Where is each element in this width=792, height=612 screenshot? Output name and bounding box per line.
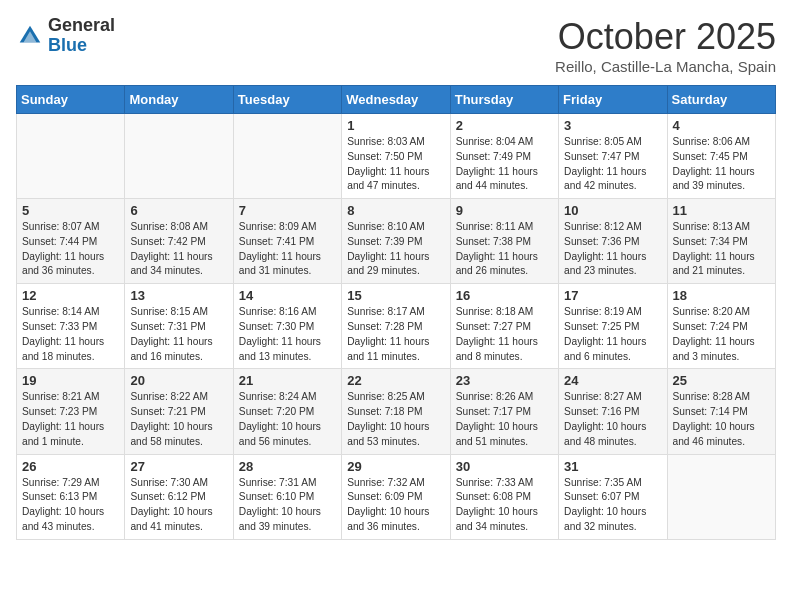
day-number: 15 xyxy=(347,288,444,303)
calendar-cell: 2Sunrise: 8:04 AM Sunset: 7:49 PM Daylig… xyxy=(450,114,558,199)
day-number: 20 xyxy=(130,373,227,388)
day-number: 10 xyxy=(564,203,661,218)
day-number: 26 xyxy=(22,459,119,474)
calendar-cell: 19Sunrise: 8:21 AM Sunset: 7:23 PM Dayli… xyxy=(17,369,125,454)
day-info: Sunrise: 7:32 AM Sunset: 6:09 PM Dayligh… xyxy=(347,476,444,535)
calendar-cell: 1Sunrise: 8:03 AM Sunset: 7:50 PM Daylig… xyxy=(342,114,450,199)
day-info: Sunrise: 8:26 AM Sunset: 7:17 PM Dayligh… xyxy=(456,390,553,449)
day-number: 11 xyxy=(673,203,770,218)
page-header: General Blue October 2025 Reillo, Castil… xyxy=(16,16,776,75)
day-number: 24 xyxy=(564,373,661,388)
day-info: Sunrise: 8:07 AM Sunset: 7:44 PM Dayligh… xyxy=(22,220,119,279)
calendar-week-row: 1Sunrise: 8:03 AM Sunset: 7:50 PM Daylig… xyxy=(17,114,776,199)
calendar-week-row: 5Sunrise: 8:07 AM Sunset: 7:44 PM Daylig… xyxy=(17,199,776,284)
calendar-cell xyxy=(17,114,125,199)
weekday-header: Wednesday xyxy=(342,86,450,114)
calendar-cell: 24Sunrise: 8:27 AM Sunset: 7:16 PM Dayli… xyxy=(559,369,667,454)
day-info: Sunrise: 8:21 AM Sunset: 7:23 PM Dayligh… xyxy=(22,390,119,449)
calendar-cell: 28Sunrise: 7:31 AM Sunset: 6:10 PM Dayli… xyxy=(233,454,341,539)
logo-general: General xyxy=(48,16,115,36)
calendar-cell: 25Sunrise: 8:28 AM Sunset: 7:14 PM Dayli… xyxy=(667,369,775,454)
calendar-week-row: 26Sunrise: 7:29 AM Sunset: 6:13 PM Dayli… xyxy=(17,454,776,539)
logo-text: General Blue xyxy=(48,16,115,56)
calendar-cell: 22Sunrise: 8:25 AM Sunset: 7:18 PM Dayli… xyxy=(342,369,450,454)
day-number: 22 xyxy=(347,373,444,388)
calendar-cell: 21Sunrise: 8:24 AM Sunset: 7:20 PM Dayli… xyxy=(233,369,341,454)
day-info: Sunrise: 8:28 AM Sunset: 7:14 PM Dayligh… xyxy=(673,390,770,449)
day-info: Sunrise: 8:22 AM Sunset: 7:21 PM Dayligh… xyxy=(130,390,227,449)
calendar-table: SundayMondayTuesdayWednesdayThursdayFrid… xyxy=(16,85,776,540)
day-number: 18 xyxy=(673,288,770,303)
calendar-cell: 10Sunrise: 8:12 AM Sunset: 7:36 PM Dayli… xyxy=(559,199,667,284)
day-number: 29 xyxy=(347,459,444,474)
calendar-cell: 14Sunrise: 8:16 AM Sunset: 7:30 PM Dayli… xyxy=(233,284,341,369)
calendar-cell: 8Sunrise: 8:10 AM Sunset: 7:39 PM Daylig… xyxy=(342,199,450,284)
day-number: 30 xyxy=(456,459,553,474)
month-title: October 2025 xyxy=(555,16,776,58)
calendar-cell: 23Sunrise: 8:26 AM Sunset: 7:17 PM Dayli… xyxy=(450,369,558,454)
calendar-week-row: 19Sunrise: 8:21 AM Sunset: 7:23 PM Dayli… xyxy=(17,369,776,454)
day-info: Sunrise: 8:17 AM Sunset: 7:28 PM Dayligh… xyxy=(347,305,444,364)
calendar-cell xyxy=(667,454,775,539)
calendar-cell: 11Sunrise: 8:13 AM Sunset: 7:34 PM Dayli… xyxy=(667,199,775,284)
day-info: Sunrise: 8:15 AM Sunset: 7:31 PM Dayligh… xyxy=(130,305,227,364)
day-info: Sunrise: 8:27 AM Sunset: 7:16 PM Dayligh… xyxy=(564,390,661,449)
day-info: Sunrise: 8:18 AM Sunset: 7:27 PM Dayligh… xyxy=(456,305,553,364)
weekday-header: Sunday xyxy=(17,86,125,114)
weekday-header: Saturday xyxy=(667,86,775,114)
calendar-cell: 7Sunrise: 8:09 AM Sunset: 7:41 PM Daylig… xyxy=(233,199,341,284)
weekday-header: Monday xyxy=(125,86,233,114)
calendar-cell: 26Sunrise: 7:29 AM Sunset: 6:13 PM Dayli… xyxy=(17,454,125,539)
calendar-cell: 20Sunrise: 8:22 AM Sunset: 7:21 PM Dayli… xyxy=(125,369,233,454)
day-number: 21 xyxy=(239,373,336,388)
calendar-cell: 4Sunrise: 8:06 AM Sunset: 7:45 PM Daylig… xyxy=(667,114,775,199)
weekday-header: Tuesday xyxy=(233,86,341,114)
day-number: 9 xyxy=(456,203,553,218)
calendar-cell: 9Sunrise: 8:11 AM Sunset: 7:38 PM Daylig… xyxy=(450,199,558,284)
day-info: Sunrise: 8:25 AM Sunset: 7:18 PM Dayligh… xyxy=(347,390,444,449)
day-number: 25 xyxy=(673,373,770,388)
calendar-cell: 17Sunrise: 8:19 AM Sunset: 7:25 PM Dayli… xyxy=(559,284,667,369)
day-info: Sunrise: 8:03 AM Sunset: 7:50 PM Dayligh… xyxy=(347,135,444,194)
calendar-cell: 5Sunrise: 8:07 AM Sunset: 7:44 PM Daylig… xyxy=(17,199,125,284)
calendar-cell: 13Sunrise: 8:15 AM Sunset: 7:31 PM Dayli… xyxy=(125,284,233,369)
day-info: Sunrise: 7:30 AM Sunset: 6:12 PM Dayligh… xyxy=(130,476,227,535)
weekday-header: Friday xyxy=(559,86,667,114)
day-number: 27 xyxy=(130,459,227,474)
day-number: 23 xyxy=(456,373,553,388)
weekday-header: Thursday xyxy=(450,86,558,114)
calendar-cell: 31Sunrise: 7:35 AM Sunset: 6:07 PM Dayli… xyxy=(559,454,667,539)
title-section: October 2025 Reillo, Castille-La Mancha,… xyxy=(555,16,776,75)
calendar-cell: 6Sunrise: 8:08 AM Sunset: 7:42 PM Daylig… xyxy=(125,199,233,284)
calendar-cell: 29Sunrise: 7:32 AM Sunset: 6:09 PM Dayli… xyxy=(342,454,450,539)
day-info: Sunrise: 7:35 AM Sunset: 6:07 PM Dayligh… xyxy=(564,476,661,535)
day-info: Sunrise: 8:24 AM Sunset: 7:20 PM Dayligh… xyxy=(239,390,336,449)
calendar-cell xyxy=(233,114,341,199)
day-info: Sunrise: 7:31 AM Sunset: 6:10 PM Dayligh… xyxy=(239,476,336,535)
day-info: Sunrise: 8:08 AM Sunset: 7:42 PM Dayligh… xyxy=(130,220,227,279)
day-number: 8 xyxy=(347,203,444,218)
day-info: Sunrise: 8:14 AM Sunset: 7:33 PM Dayligh… xyxy=(22,305,119,364)
logo-blue: Blue xyxy=(48,36,115,56)
day-number: 16 xyxy=(456,288,553,303)
day-number: 12 xyxy=(22,288,119,303)
logo-icon xyxy=(16,22,44,50)
day-number: 28 xyxy=(239,459,336,474)
day-number: 5 xyxy=(22,203,119,218)
day-info: Sunrise: 8:16 AM Sunset: 7:30 PM Dayligh… xyxy=(239,305,336,364)
day-info: Sunrise: 8:19 AM Sunset: 7:25 PM Dayligh… xyxy=(564,305,661,364)
day-number: 2 xyxy=(456,118,553,133)
day-info: Sunrise: 8:20 AM Sunset: 7:24 PM Dayligh… xyxy=(673,305,770,364)
day-info: Sunrise: 8:11 AM Sunset: 7:38 PM Dayligh… xyxy=(456,220,553,279)
day-info: Sunrise: 8:10 AM Sunset: 7:39 PM Dayligh… xyxy=(347,220,444,279)
day-info: Sunrise: 7:29 AM Sunset: 6:13 PM Dayligh… xyxy=(22,476,119,535)
calendar-cell: 27Sunrise: 7:30 AM Sunset: 6:12 PM Dayli… xyxy=(125,454,233,539)
day-info: Sunrise: 8:12 AM Sunset: 7:36 PM Dayligh… xyxy=(564,220,661,279)
day-info: Sunrise: 8:04 AM Sunset: 7:49 PM Dayligh… xyxy=(456,135,553,194)
calendar-cell: 15Sunrise: 8:17 AM Sunset: 7:28 PM Dayli… xyxy=(342,284,450,369)
calendar-cell: 3Sunrise: 8:05 AM Sunset: 7:47 PM Daylig… xyxy=(559,114,667,199)
calendar-cell: 30Sunrise: 7:33 AM Sunset: 6:08 PM Dayli… xyxy=(450,454,558,539)
day-info: Sunrise: 8:13 AM Sunset: 7:34 PM Dayligh… xyxy=(673,220,770,279)
day-number: 4 xyxy=(673,118,770,133)
day-number: 13 xyxy=(130,288,227,303)
